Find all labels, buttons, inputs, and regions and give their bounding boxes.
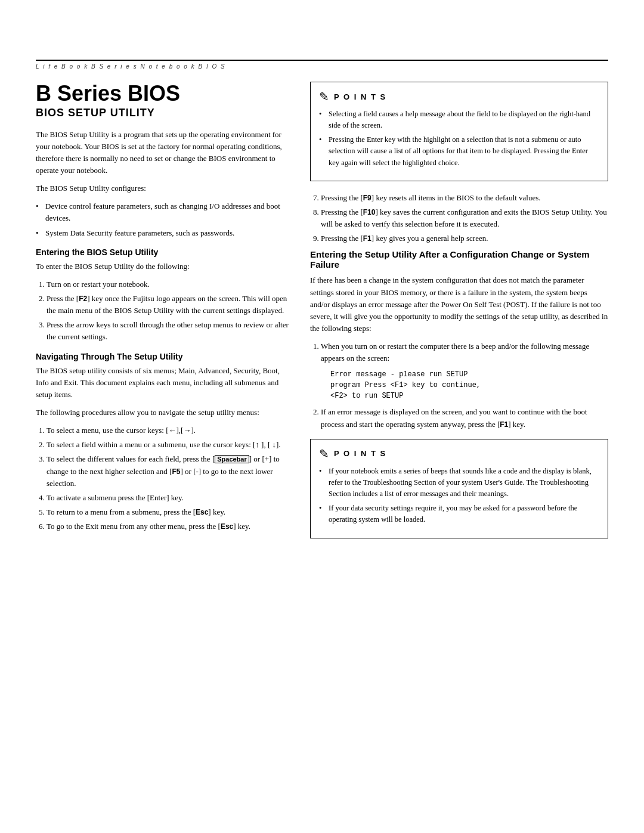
nav-step-5: To return to a menu from a submenu, pres…: [47, 506, 292, 518]
config-step-1: When you turn on or restart the computer…: [321, 340, 608, 401]
nav-step-2: To select a field within a menu or a sub…: [47, 439, 292, 451]
navigating-para1: The BIOS setup utility consists of six m…: [36, 365, 292, 401]
configures-item-2: System Data Security feature parameters,…: [36, 227, 292, 239]
points-list-1: Selecting a field causes a help message …: [319, 109, 599, 169]
page: L i f e B o o k B S e r i e s N o t e b …: [0, 60, 644, 833]
entering-step-3: Press the arrow keys to scroll through t…: [47, 319, 292, 343]
nav-step-1: To select a menu, use the cursor keys: […: [47, 425, 292, 436]
points-header-1: ✎ P O I N T S: [319, 89, 599, 104]
entering-steps-list: Turn on or restart your notebook. Press …: [47, 278, 292, 343]
navigating-heading: Navigating Through The Setup Utility: [36, 352, 292, 361]
points-list-2: If your notebook emits a series of beeps…: [319, 466, 599, 526]
step-7: Pressing the [F9] key resets all items i…: [321, 192, 608, 204]
entering-step-1: Turn on or restart your notebook.: [47, 278, 292, 290]
points-item-2-1: If your notebook emits a series of beeps…: [319, 466, 599, 500]
nav-step-3: To select the different values for each …: [47, 453, 292, 489]
entering-step-2: Press the [F2] key once the Fujitsu logo…: [47, 293, 292, 317]
points-item-1-1: Selecting a field causes a help message …: [319, 109, 599, 132]
points-title-1: P O I N T S: [334, 92, 386, 101]
entering-heading: Entering the BIOS Setup Utility: [36, 247, 292, 257]
right-column: ✎ P O I N T S Selecting a field causes a…: [310, 82, 608, 549]
navigating-para2: The following procedures allow you to na…: [36, 407, 292, 419]
step-8: Pressing the [F10] key saves the current…: [321, 206, 608, 230]
config-step-2: If an error message is displayed on the …: [321, 406, 608, 430]
entering-intro: To enter the BIOS Setup Utility do the f…: [36, 261, 292, 272]
points-item-1-2: Pressing the Enter key with the highligh…: [319, 134, 599, 169]
config-steps: When you turn on or restart the computer…: [321, 340, 608, 431]
nav-step-6: To go to the Exit menu from any other me…: [47, 521, 292, 532]
intro-para-2: The BIOS Setup Utility configures:: [36, 182, 292, 194]
intro-para-1: The BIOS Setup Utility is a program that…: [36, 129, 292, 177]
page-title-sub: BIOS SETUP UTILITY: [36, 107, 292, 119]
step-9: Pressing the [F1] key gives you a genera…: [321, 233, 608, 244]
config-para: If there has been a change in the system…: [310, 274, 608, 335]
header-rule: [36, 60, 608, 61]
main-content: B Series BIOS BIOS SETUP UTILITY The BIO…: [0, 82, 644, 549]
points-title-2: P O I N T S: [334, 449, 386, 458]
points-header-2: ✎ P O I N T S: [319, 447, 599, 461]
points-icon-2: ✎: [319, 447, 329, 461]
points-box-1: ✎ P O I N T S Selecting a field causes a…: [310, 82, 608, 181]
points-item-2-2: If your data security settings require i…: [319, 503, 599, 526]
nav-step-4: To activate a submenu press the [Enter] …: [47, 492, 292, 504]
navigating-steps-list: To select a menu, use the cursor keys: […: [47, 425, 292, 532]
error-message-block: Error message - please run SETUPprogram …: [330, 369, 608, 401]
config-section-heading: Entering the Setup Utility After a Confi…: [310, 249, 608, 270]
left-column: B Series BIOS BIOS SETUP UTILITY The BIO…: [36, 82, 292, 549]
header-label: L i f e B o o k B S e r i e s N o t e b …: [36, 63, 608, 70]
page-title-main: B Series BIOS: [36, 82, 292, 106]
configures-list: Device control feature parameters, such …: [36, 200, 292, 239]
points-box-2: ✎ P O I N T S If your notebook emits a s…: [310, 439, 608, 538]
configures-item-1: Device control feature parameters, such …: [36, 200, 292, 224]
steps-7-9: Pressing the [F9] key resets all items i…: [321, 192, 608, 245]
points-icon-1: ✎: [319, 89, 329, 104]
